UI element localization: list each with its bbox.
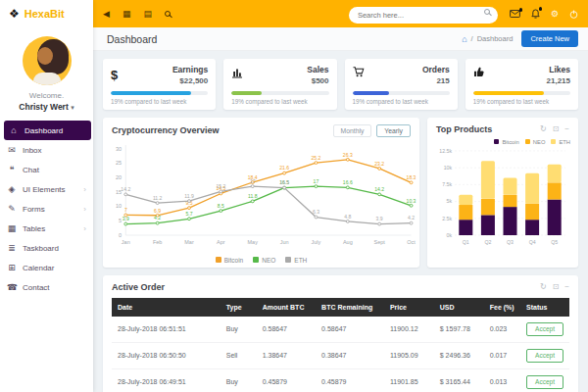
sidebar-item-label: Tables: [23, 224, 45, 233]
stat-title: Likes: [549, 65, 570, 74]
expand-icon[interactable]: ⊡: [553, 125, 560, 133]
svg-text:2.5k: 2.5k: [442, 215, 452, 220]
svg-text:0: 0: [119, 231, 122, 237]
sidebar-item-chat[interactable]: ❝Chat: [0, 160, 93, 179]
bar-chart-icon: [231, 65, 243, 78]
sidebar-item-label: Dashboard: [24, 126, 63, 135]
layout-icon[interactable]: ▤: [143, 10, 152, 19]
stat-caption: 19% compared to last week: [111, 98, 208, 105]
yearly-toggle[interactable]: Yearly: [376, 124, 411, 137]
table-row: 28-July-2018 06:51:51Buy0.586470.5864711…: [112, 317, 569, 343]
svg-text:25.2: 25.2: [312, 155, 321, 160]
svg-text:7.5k: 7.5k: [442, 181, 452, 187]
topbar-right-icons: ⚙: [510, 9, 578, 19]
accept-button[interactable]: Accept: [526, 375, 564, 389]
table-cell: 0.017: [484, 342, 520, 368]
stat-title: Sales: [307, 65, 328, 74]
sidebar-item-calendar[interactable]: ⊞Calendar: [0, 258, 93, 277]
refresh-icon[interactable]: ↻: [540, 125, 547, 133]
legend-item-eth[interactable]: ETH: [285, 257, 307, 264]
search-icon[interactable]: [484, 9, 490, 15]
collapse-icon[interactable]: −: [564, 283, 569, 291]
user-menu[interactable]: Christy Wert ▾: [0, 102, 93, 112]
sidebar-item-ui-elements[interactable]: ◈UI Elements›: [0, 179, 93, 199]
column-header-type: Type: [220, 298, 257, 317]
power-icon[interactable]: [569, 10, 578, 19]
breadcrumb: ⌂ / Dashboard: [462, 34, 513, 44]
top-products-card: Top Products ↻⊡− BitcoinNEOETH 0k2.5k5k7…: [427, 118, 578, 268]
expand-icon[interactable]: ⊡: [553, 283, 560, 291]
svg-text:Apr: Apr: [217, 239, 225, 245]
refresh-icon[interactable]: ↻: [540, 283, 547, 291]
sidebar-item-forms[interactable]: ✎Forms›: [0, 199, 93, 219]
gear-icon[interactable]: ⚙: [551, 10, 559, 19]
avatar-face: [37, 47, 53, 65]
column-header-price: Price: [384, 298, 434, 317]
column-header-amount-btc: Amount BTC: [257, 298, 316, 317]
svg-text:11.2: 11.2: [153, 196, 163, 201]
sidebar-item-taskboard[interactable]: ≣Taskboard: [0, 238, 93, 258]
legend-item-neo[interactable]: NEO: [253, 257, 275, 264]
table-cell: Buy: [220, 317, 257, 343]
search-icon[interactable]: [165, 11, 171, 17]
stat-value: $22,500: [179, 76, 208, 85]
avatar[interactable]: [23, 36, 72, 85]
legend-item-neo[interactable]: NEO: [525, 139, 546, 145]
svg-text:4.2: 4.2: [408, 216, 415, 220]
collapse-icon[interactable]: −: [564, 125, 569, 133]
sidebar-item-label: Contact: [23, 283, 50, 292]
sidebar-item-label: Chat: [23, 166, 39, 174]
topbar-left-icons: ◀▦▤: [103, 10, 171, 19]
badge-dot: [539, 7, 543, 11]
svg-text:Aug: Aug: [343, 239, 353, 245]
svg-text:3.9: 3.9: [122, 217, 129, 221]
logo[interactable]: ❖ HexaBit: [0, 0, 93, 27]
dollar-icon: $: [111, 65, 118, 82]
grid-icon[interactable]: ▦: [122, 10, 131, 19]
inbox-icon: ✉: [7, 145, 17, 155]
home-icon[interactable]: ⌂: [462, 34, 466, 44]
user-name: Christy Wert: [19, 102, 68, 112]
contact-icon: ☎: [7, 282, 17, 292]
stat-title: Earnings: [172, 65, 208, 74]
svg-text:17: 17: [250, 179, 256, 184]
welcome-text: Welcome.: [0, 91, 93, 100]
logo-text: HexaBit: [24, 8, 65, 20]
legend-item-eth[interactable]: ETH: [551, 139, 570, 145]
legend-item-bitcoin[interactable]: Bitcoin: [216, 257, 244, 264]
orders-card-actions: ↻⊡−: [540, 283, 569, 291]
ui-elements-icon: ◈: [7, 184, 17, 194]
menu-collapse-icon[interactable]: ◀: [103, 10, 110, 19]
sidebar-item-contact[interactable]: ☎Contact: [0, 277, 93, 297]
svg-text:0k: 0k: [447, 231, 453, 237]
accept-button[interactable]: Accept: [526, 322, 564, 336]
chevron-down-icon: ▾: [71, 104, 74, 111]
search-input[interactable]: [349, 7, 498, 24]
sidebar-item-inbox[interactable]: ✉Inbox: [0, 140, 93, 160]
stat-card-likes: Likes 21,215 19% compared to last week: [466, 59, 578, 110]
table-cell: Accept: [520, 368, 569, 392]
table-cell: $ 2496.36: [434, 342, 484, 368]
column-header-date: Date: [112, 298, 220, 317]
progress-bar: [231, 91, 328, 95]
bell-icon[interactable]: [531, 9, 540, 19]
sidebar-item-tables[interactable]: ▦Tables›: [0, 219, 93, 238]
svg-text:7: 7: [124, 208, 127, 213]
avatar-body: [33, 73, 61, 85]
mail-icon[interactable]: [510, 10, 520, 18]
svg-text:6.3: 6.3: [313, 210, 319, 215]
crypto-line-chart: 051015202530JanFebMarAprMayJunJulyAugSep…: [103, 139, 419, 259]
monthly-toggle[interactable]: Monthly: [333, 124, 372, 137]
create-new-button[interactable]: Create New: [521, 30, 578, 47]
svg-text:21.6: 21.6: [279, 166, 289, 171]
table-cell: 11901.85: [384, 368, 434, 392]
legend-item-bitcoin[interactable]: Bitcoin: [494, 139, 518, 145]
svg-text:Q3: Q3: [507, 239, 514, 245]
sidebar-item-dashboard[interactable]: ⌂Dashboard: [4, 121, 91, 140]
thumbs-up-icon: [473, 65, 485, 77]
svg-text:26.3: 26.3: [343, 152, 353, 157]
stat-card-orders: Orders 215 19% compared to last week: [345, 59, 458, 110]
accept-button[interactable]: Accept: [526, 349, 564, 363]
stat-value: 21,215: [547, 76, 570, 85]
page-title: Dashboard: [107, 33, 157, 45]
